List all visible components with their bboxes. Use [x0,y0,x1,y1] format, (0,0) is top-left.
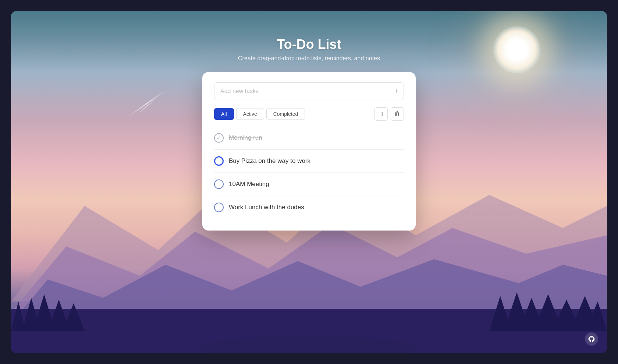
task-item: ✓ Morning run [214,126,404,150]
page-title: To-Do List [277,37,341,52]
filter-active-button[interactable]: Active [236,108,264,120]
page-subtitle: Create drag-and-drop to-do lists, remind… [238,55,380,62]
filter-all-button[interactable]: All [214,108,234,120]
clear-completed-button[interactable]: 🗑 [391,107,404,121]
main-content: To-Do List Create drag-and-drop to-do li… [11,11,607,353]
task-label-1: Morning run [229,134,404,142]
filter-bar: All Active Completed ☽ 🗑 [214,107,404,121]
add-task-wrapper: + [214,82,404,100]
task-item: Work Lunch with the dudes [214,196,404,219]
task-item: Buy Pizza on the way to work [214,150,404,173]
todo-card: + All Active Completed ☽ 🗑 [202,72,416,231]
task-label-3: 10AM Meeting [229,181,404,188]
github-icon [588,335,595,343]
moon-icon: ☽ [379,111,384,118]
add-task-icon[interactable]: + [394,87,399,96]
window-frame: To-Do List Create drag-and-drop to-do li… [11,11,607,353]
task-checkbox-2[interactable] [214,156,224,166]
trash-icon: 🗑 [394,111,400,117]
task-label-2: Buy Pizza on the way to work [229,157,404,165]
task-checkbox-1[interactable]: ✓ [214,133,224,143]
task-checkbox-3[interactable] [214,179,224,189]
task-list: ✓ Morning run Buy Pizza on the way to wo… [214,126,404,219]
filter-completed-button[interactable]: Completed [266,108,305,120]
add-task-input[interactable] [214,82,404,100]
dark-mode-button[interactable]: ☽ [374,107,388,121]
task-label-4: Work Lunch with the dudes [229,204,404,211]
github-button[interactable] [585,332,598,346]
filter-buttons: All Active Completed [214,108,305,120]
task-item: 10AM Meeting [214,173,404,196]
task-checkbox-4[interactable] [214,203,224,212]
filter-actions: ☽ 🗑 [374,107,404,121]
